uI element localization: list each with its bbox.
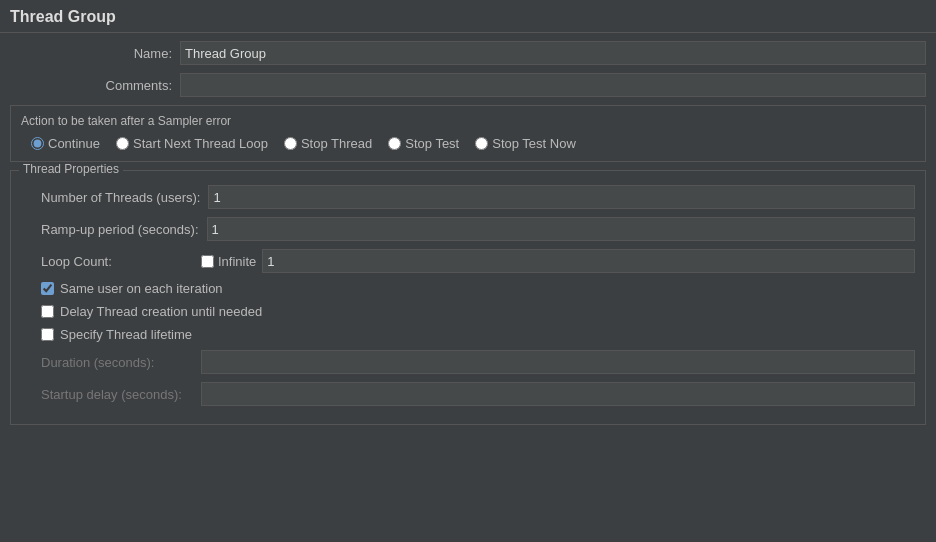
delay-creation-checkbox[interactable] — [41, 305, 54, 318]
loop-count-label: Loop Count: — [21, 254, 201, 269]
specify-lifetime-label: Specify Thread lifetime — [60, 327, 192, 342]
duration-row: Duration (seconds): — [21, 350, 915, 374]
specify-lifetime-checkbox[interactable] — [41, 328, 54, 341]
radio-stop-test-input[interactable] — [388, 137, 401, 150]
name-input[interactable] — [180, 41, 926, 65]
num-threads-label: Number of Threads (users): — [21, 190, 208, 205]
delay-creation-label: Delay Thread creation until needed — [60, 304, 262, 319]
startup-delay-row: Startup delay (seconds): — [21, 382, 915, 406]
radio-continue[interactable]: Continue — [31, 136, 100, 151]
radio-stop-thread[interactable]: Stop Thread — [284, 136, 372, 151]
comments-input[interactable] — [180, 73, 926, 97]
radio-continue-input[interactable] — [31, 137, 44, 150]
ramp-up-input[interactable] — [207, 217, 915, 241]
action-radio-group: Continue Start Next Thread Loop Stop Thr… — [21, 136, 915, 151]
specify-lifetime-row[interactable]: Specify Thread lifetime — [21, 327, 915, 342]
page-title: Thread Group — [0, 0, 936, 33]
same-user-checkbox[interactable] — [41, 282, 54, 295]
action-section: Action to be taken after a Sampler error… — [10, 105, 926, 162]
radio-next-loop[interactable]: Start Next Thread Loop — [116, 136, 268, 151]
num-threads-input[interactable] — [208, 185, 915, 209]
startup-delay-label: Startup delay (seconds): — [21, 387, 201, 402]
radio-stop-test-now-input[interactable] — [475, 137, 488, 150]
radio-stop-test[interactable]: Stop Test — [388, 136, 459, 151]
delay-creation-row[interactable]: Delay Thread creation until needed — [21, 304, 915, 319]
action-section-label: Action to be taken after a Sampler error — [21, 112, 915, 128]
comments-label: Comments: — [10, 78, 180, 93]
duration-label: Duration (seconds): — [21, 355, 201, 370]
thread-properties-section: Thread Properties Number of Threads (use… — [10, 170, 926, 425]
radio-next-loop-label: Start Next Thread Loop — [133, 136, 268, 151]
infinite-label: Infinite — [218, 254, 256, 269]
startup-delay-input[interactable] — [201, 382, 915, 406]
duration-input[interactable] — [201, 350, 915, 374]
name-label: Name: — [10, 46, 180, 61]
loop-count-input[interactable] — [262, 249, 915, 273]
radio-stop-test-now[interactable]: Stop Test Now — [475, 136, 576, 151]
same-user-row[interactable]: Same user on each iteration — [21, 281, 915, 296]
same-user-label: Same user on each iteration — [60, 281, 223, 296]
radio-stop-thread-input[interactable] — [284, 137, 297, 150]
radio-stop-thread-label: Stop Thread — [301, 136, 372, 151]
radio-stop-test-label: Stop Test — [405, 136, 459, 151]
radio-continue-label: Continue — [48, 136, 100, 151]
loop-infinite-group: Infinite — [201, 254, 256, 269]
radio-next-loop-input[interactable] — [116, 137, 129, 150]
thread-properties-legend: Thread Properties — [19, 162, 123, 176]
radio-stop-test-now-label: Stop Test Now — [492, 136, 576, 151]
infinite-checkbox[interactable] — [201, 255, 214, 268]
ramp-up-label: Ramp-up period (seconds): — [21, 222, 207, 237]
